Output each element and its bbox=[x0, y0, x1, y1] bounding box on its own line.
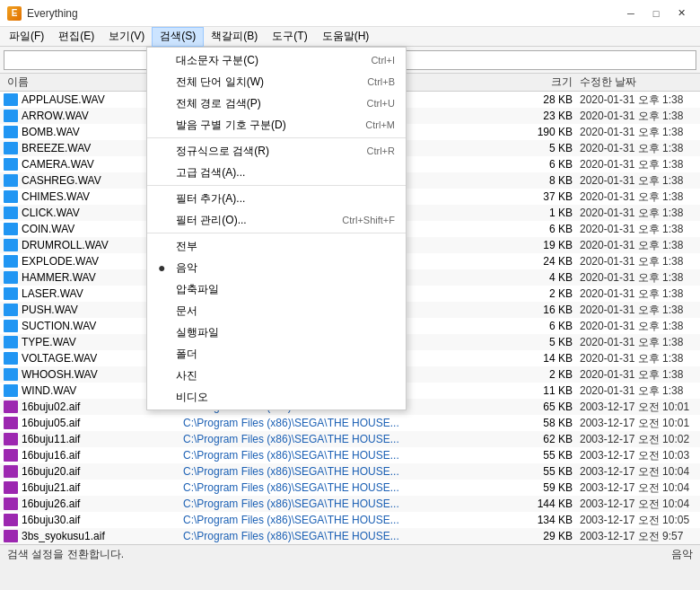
file-size: 11 KB bbox=[517, 384, 580, 397]
dropdown-item-add-filter[interactable]: 필터 추가(A)... bbox=[147, 188, 406, 209]
dropdown-item-label: 필터 추가(A)... bbox=[176, 191, 245, 207]
dropdown-item-audio[interactable]: ●음악 bbox=[147, 257, 406, 278]
menu-item-help[interactable]: 도움말(H) bbox=[315, 27, 377, 47]
dropdown-item-label: 대소문자 구분(C) bbox=[176, 53, 258, 68]
dropdown-item-video[interactable]: 비디오 bbox=[147, 386, 406, 408]
dropdown-item-manage-filter[interactable]: 필터 관리(O)...Ctrl+Shift+F bbox=[147, 209, 406, 231]
dropdown-item-all[interactable]: 전부 bbox=[147, 235, 406, 257]
table-row[interactable]: 16buju11.aifC:\Program Files (x86)\SEGA\… bbox=[0, 431, 700, 447]
file-date: 2003-12-17 오전 10:01 bbox=[580, 416, 696, 431]
dropdown-item-diacritic[interactable]: 발음 구별 기호 구분(D)Ctrl+M bbox=[147, 114, 406, 136]
dropdown-item-label: 발음 구별 기호 구분(D) bbox=[176, 118, 286, 133]
dropdown-separator bbox=[147, 185, 406, 186]
status-bar: 검색 설정을 전환합니다. 음악 bbox=[0, 544, 700, 564]
file-date: 2003-12-17 오전 10:02 bbox=[580, 432, 696, 447]
file-icon-aif bbox=[4, 481, 18, 494]
menu-item-search[interactable]: 검색(S) bbox=[152, 27, 204, 47]
file-size: 2 KB bbox=[517, 368, 580, 381]
file-path: C:\Program Files (x86)\SEGA\THE HOUSE... bbox=[183, 417, 517, 429]
minimize-button[interactable]: ─ bbox=[619, 4, 643, 22]
file-date: 2020-01-31 오후 1:38 bbox=[580, 141, 696, 156]
table-row[interactable]: 16buju16.aifC:\Program Files (x86)\SEGA\… bbox=[0, 447, 700, 463]
file-icon-wav bbox=[4, 110, 18, 122]
dropdown-item-picture[interactable]: 사진 bbox=[147, 365, 406, 386]
dropdown-bullet: ● bbox=[158, 260, 172, 275]
file-date: 2020-01-31 오후 1:38 bbox=[580, 351, 696, 366]
app-title: Everything bbox=[27, 7, 619, 20]
table-row[interactable]: 16buju20.aifC:\Program Files (x86)\SEGA\… bbox=[0, 463, 700, 480]
file-path: C:\Program Files (x86)\SEGA\THE HOUSE... bbox=[183, 530, 517, 542]
dropdown-item-label: 사진 bbox=[176, 368, 197, 383]
file-date: 2020-01-31 오후 1:38 bbox=[580, 109, 696, 124]
menu-item-file[interactable]: 파일(F) bbox=[2, 27, 51, 47]
dropdown-item-case[interactable]: 대소문자 구분(C)Ctrl+I bbox=[147, 49, 406, 71]
dropdown-separator bbox=[147, 137, 406, 138]
dropdown-item-advanced[interactable]: 고급 검색(A)... bbox=[147, 162, 406, 183]
dropdown-separator bbox=[147, 233, 406, 233]
menu-item-edit[interactable]: 편집(E) bbox=[51, 27, 101, 47]
file-size: 134 KB bbox=[517, 514, 580, 526]
file-icon-aif bbox=[4, 498, 18, 510]
file-size: 55 KB bbox=[517, 449, 580, 462]
maximize-button[interactable]: □ bbox=[644, 4, 668, 22]
file-size: 6 KB bbox=[517, 158, 580, 171]
file-icon-aif bbox=[4, 401, 18, 413]
dropdown-shortcut: Ctrl+M bbox=[365, 119, 395, 130]
table-row[interactable]: 16buju21.aifC:\Program Files (x86)\SEGA\… bbox=[0, 480, 700, 496]
file-date: 2020-01-31 오후 1:38 bbox=[580, 335, 696, 350]
dropdown-item-label: 문서 bbox=[176, 304, 197, 319]
file-size: 144 KB bbox=[517, 498, 580, 510]
file-name: 16buju11.aif bbox=[22, 433, 183, 445]
file-icon-aif bbox=[4, 465, 18, 478]
file-size: 6 KB bbox=[517, 320, 580, 332]
dropdown-item-exe[interactable]: 실행파일 bbox=[147, 321, 406, 343]
file-size: 37 KB bbox=[517, 190, 580, 203]
menu-item-tools[interactable]: 도구(T) bbox=[265, 27, 314, 47]
title-bar: E Everything ─ □ ✕ bbox=[0, 0, 700, 27]
file-icon-wav bbox=[4, 304, 18, 316]
file-icon-aif bbox=[4, 417, 18, 429]
dropdown-shortcut: Ctrl+I bbox=[371, 55, 395, 66]
table-row[interactable]: 3bs_syokusu1.aifC:\Program Files (x86)\S… bbox=[0, 528, 700, 544]
dropdown-item-label: 정규식으로 검색(R) bbox=[176, 144, 269, 159]
file-date: 2003-12-17 오전 10:04 bbox=[580, 497, 696, 512]
header-size[interactable]: 크기 bbox=[517, 75, 580, 90]
dropdown-item-label: 전체 경로 검색(P) bbox=[176, 96, 261, 111]
file-path: C:\Program Files (x86)\SEGA\THE HOUSE... bbox=[183, 514, 517, 526]
dropdown-item-full-path[interactable]: 전체 경로 검색(P)Ctrl+U bbox=[147, 92, 406, 114]
file-icon-wav bbox=[4, 336, 18, 348]
dropdown-shortcut: Ctrl+B bbox=[367, 76, 395, 87]
table-row[interactable]: 16buju26.aifC:\Program Files (x86)\SEGA\… bbox=[0, 496, 700, 512]
file-icon-aif bbox=[4, 433, 18, 445]
file-date: 2003-12-17 오전 10:04 bbox=[580, 464, 696, 480]
file-size: 190 KB bbox=[517, 126, 580, 138]
dropdown-item-regex[interactable]: 정규식으로 검색(R)Ctrl+R bbox=[147, 140, 406, 162]
file-date: 2020-01-31 오후 1:38 bbox=[580, 383, 696, 399]
dropdown-item-document[interactable]: 문서 bbox=[147, 300, 406, 321]
file-name: 16buju16.aif bbox=[22, 449, 183, 462]
file-date: 2003-12-17 오전 9:57 bbox=[580, 529, 696, 544]
file-date: 2020-01-31 오후 1:38 bbox=[580, 367, 696, 383]
file-size: 58 KB bbox=[517, 417, 580, 429]
dropdown-item-whole-word[interactable]: 전체 단어 일치(W)Ctrl+B bbox=[147, 71, 406, 92]
file-size: 16 KB bbox=[517, 304, 580, 316]
menu-item-bookmark[interactable]: 책갈피(B) bbox=[204, 27, 265, 47]
file-date: 2020-01-31 오후 1:38 bbox=[580, 238, 696, 253]
dropdown-item-label: 음악 bbox=[176, 260, 197, 276]
file-size: 59 KB bbox=[517, 481, 580, 494]
close-button[interactable]: ✕ bbox=[669, 4, 693, 22]
table-row[interactable]: 16buju30.aifC:\Program Files (x86)\SEGA\… bbox=[0, 512, 700, 528]
header-date[interactable]: 수정한 날짜 bbox=[580, 75, 696, 90]
file-icon-wav bbox=[4, 158, 18, 171]
dropdown-item-folder[interactable]: 폴더 bbox=[147, 343, 406, 365]
file-icon-aif bbox=[4, 449, 18, 462]
file-path: C:\Program Files (x86)\SEGA\THE HOUSE... bbox=[183, 498, 517, 510]
window-controls: ─ □ ✕ bbox=[619, 4, 693, 22]
dropdown-shortcut: Ctrl+R bbox=[367, 145, 395, 156]
dropdown-item-compressed[interactable]: 압축파일 bbox=[147, 278, 406, 300]
menu-item-view[interactable]: 보기(V) bbox=[101, 27, 152, 47]
file-date: 2003-12-17 오전 10:01 bbox=[580, 400, 696, 415]
file-icon-wav bbox=[4, 239, 18, 251]
table-row[interactable]: 16buju05.aifC:\Program Files (x86)\SEGA\… bbox=[0, 415, 700, 431]
file-icon-wav bbox=[4, 287, 18, 300]
